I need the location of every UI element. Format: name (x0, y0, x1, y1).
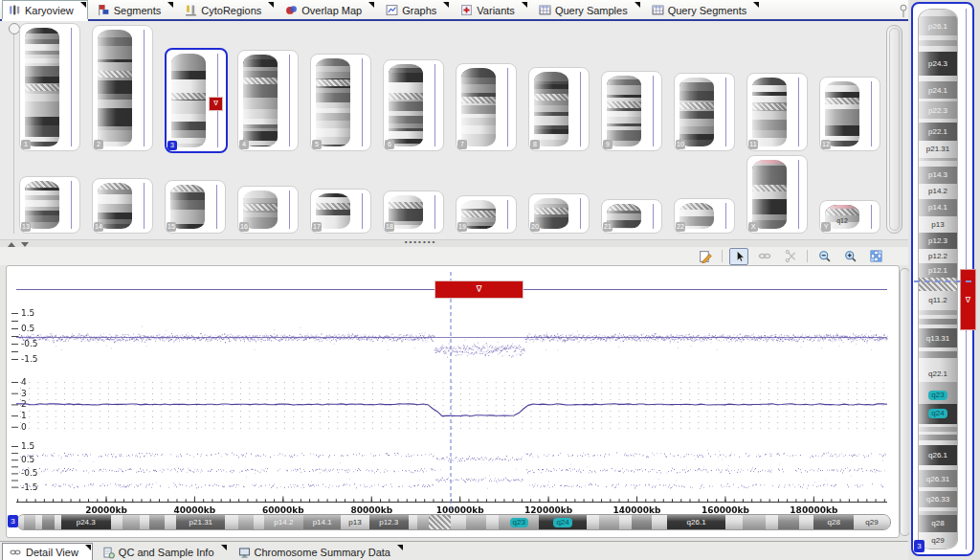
karyotype-scrollbar[interactable] (886, 25, 902, 234)
chromosome-card-22[interactable]: 22 (674, 198, 735, 234)
ideogram-band-p14.1[interactable]: p14.1 (303, 515, 341, 529)
chromosome-card-20[interactable]: 20 (528, 193, 590, 234)
tab-menu-arrow[interactable] (221, 545, 227, 550)
tab-graphs[interactable]: Graphs (379, 0, 451, 19)
ideogram-band[interactable] (466, 515, 486, 529)
ideogram-band[interactable] (225, 515, 238, 529)
selected-segment-flag[interactable]: ∇ (209, 97, 223, 111)
chromosome-card-5[interactable]: 5 (310, 54, 371, 151)
link-icon[interactable] (755, 248, 774, 265)
ideogram-band[interactable] (35, 515, 42, 529)
ideogram-band[interactable] (486, 515, 499, 529)
ideogram-band[interactable] (111, 515, 122, 529)
sidebar-band-q11.2[interactable]: q11.2 (919, 291, 957, 310)
chromosome-card-13[interactable]: 13 (19, 176, 80, 234)
tab-menu-arrow[interactable] (753, 2, 759, 8)
karyotype-panel[interactable]: 123∇45678910111213141516171819202122Xq12… (0, 21, 908, 239)
sidebar-band-p24.3[interactable]: p24.3 (919, 52, 957, 77)
detail-view-panel[interactable]: ∇ p24.3p21.31p14.2p14.1p13p12.3q23q24q26… (6, 265, 900, 538)
chromosome-card-14[interactable]: 14 (92, 178, 153, 234)
chromosome-card-10[interactable]: 10 (674, 73, 735, 151)
chromosome-card-12[interactable]: 12 (819, 77, 880, 151)
sidebar-band-p24.1[interactable]: p24.1 (919, 81, 957, 99)
grid-icon[interactable] (866, 248, 885, 265)
ideogram-band[interactable] (725, 515, 744, 529)
ideogram-band[interactable] (451, 515, 466, 529)
tab-karyoview[interactable]: Karyoview (2, 0, 88, 19)
sidebar-chromosome-ideogram[interactable]: p26.1p24.3p24.1p22.3p22.1p21.31p14.3p14.… (918, 9, 958, 549)
ideogram-band[interactable] (652, 515, 667, 529)
tab-overlap-map[interactable]: Overlap Map (278, 0, 376, 19)
ideogram-band[interactable] (619, 515, 632, 529)
sidebar-band-q26.1[interactable]: q26.1 (919, 445, 957, 466)
tab-menu-arrow[interactable] (268, 2, 274, 8)
chromosome-card-1[interactable]: 1 (19, 23, 80, 151)
ideogram-band[interactable] (429, 515, 451, 529)
ideogram-band[interactable] (55, 515, 61, 529)
sidebar-band-p14.2[interactable]: p14.2 (919, 184, 957, 200)
sidebar-band-q13.31[interactable]: q13.31 (919, 328, 957, 347)
sidebar-band-q26.31[interactable]: q26.31 (919, 470, 957, 487)
ideogram-band[interactable] (140, 515, 150, 529)
ideogram-band-p14.2[interactable]: p14.2 (264, 515, 303, 529)
chromosome-card-18[interactable]: 18 (383, 190, 444, 234)
chromosome-card-4[interactable]: 4 (237, 50, 299, 151)
ideogram-band-q29[interactable]: q29 (854, 515, 890, 529)
ideogram-band[interactable] (254, 515, 264, 529)
pin-icon[interactable] (898, 4, 909, 22)
ideogram-band[interactable] (743, 515, 766, 529)
tab-cytoregions[interactable]: CytoRegions (178, 0, 276, 19)
tab-query-samples[interactable]: Query Samples (532, 0, 642, 19)
sidebar-band-p14.3[interactable]: p14.3 (919, 167, 957, 183)
ideogram-band-p12.3[interactable]: p12.3 (369, 515, 409, 529)
chromosome-card-6[interactable]: 6 (383, 59, 444, 151)
sidebar-band-p14.1[interactable]: p14.1 (919, 199, 957, 215)
cut-icon[interactable] (781, 248, 800, 265)
sidebar-band-p21.31[interactable]: p21.31 (919, 141, 957, 158)
ideogram-band[interactable] (632, 515, 652, 529)
chromosome-card-21[interactable]: 21 (601, 199, 662, 234)
sidebar-band-p12.3[interactable]: p12.3 (919, 233, 957, 249)
ideogram-band[interactable] (799, 515, 814, 529)
ideogram-band[interactable] (122, 515, 140, 529)
sidebar-band-q22.1[interactable]: q22.1 (919, 365, 957, 382)
tab-menu-arrow[interactable] (368, 2, 374, 8)
ideogram-band-p21.31[interactable]: p21.31 (176, 515, 225, 529)
annotate-icon[interactable] (696, 248, 715, 265)
ideogram-band[interactable] (766, 515, 778, 529)
chromosome-card-19[interactable]: 19 (456, 195, 517, 234)
ideogram-band[interactable] (778, 515, 798, 529)
sidebar-band-q24[interactable]: q24 (919, 404, 957, 424)
ideogram-band-p24.3[interactable]: p24.3 (61, 515, 111, 529)
tab-menu-arrow[interactable] (635, 2, 640, 8)
tab-menu-arrow[interactable] (397, 545, 403, 550)
chromosome-card-7[interactable]: 7 (456, 63, 517, 151)
zoom-in-icon[interactable] (840, 248, 859, 265)
sidebar-band-p12.2[interactable]: p12.2 (919, 249, 957, 263)
tab-menu-arrow[interactable] (85, 545, 91, 550)
sidebar-band-p12.1[interactable]: p12.1 (919, 263, 957, 278)
chromosome-card-2[interactable]: 2 (92, 25, 153, 151)
sidebar-band-p26.1[interactable]: p26.1 (919, 16, 957, 35)
tab-menu-arrow[interactable] (443, 2, 449, 8)
ideogram-band-q28[interactable]: q28 (813, 515, 854, 529)
sidebar-band[interactable] (919, 10, 957, 16)
chromosome-card-8[interactable]: 8 (528, 67, 590, 151)
ideogram-band[interactable] (238, 515, 254, 529)
chromosome-ideogram-horizontal[interactable]: p24.3p21.31p14.2p14.1p13p12.3q23q24q26.1… (16, 514, 891, 530)
ideogram-band[interactable] (165, 515, 176, 529)
tab-detail-view[interactable]: Detail View (2, 543, 93, 560)
tab-query-segments[interactable]: Query Segments (645, 0, 762, 19)
zoom-out-icon[interactable] (814, 248, 834, 265)
tab-variants[interactable]: Variants (454, 0, 529, 19)
chromosome-card-Y[interactable]: q12Y (819, 200, 880, 234)
deletion-segment-bar[interactable]: ∇ (434, 280, 523, 299)
sidebar-band-q23[interactable]: q23 (919, 387, 957, 404)
ideogram-band[interactable] (599, 515, 619, 529)
ideogram-band-p13[interactable]: p13 (341, 515, 368, 529)
sidebar-band-q28[interactable]: q28 (919, 515, 957, 531)
ideogram-band-q23[interactable]: q23 (499, 515, 539, 529)
tab-menu-arrow[interactable] (80, 2, 86, 8)
chromosome-card-9[interactable]: 9 (601, 71, 662, 151)
ideogram-band-q24[interactable]: q24 (539, 515, 586, 529)
